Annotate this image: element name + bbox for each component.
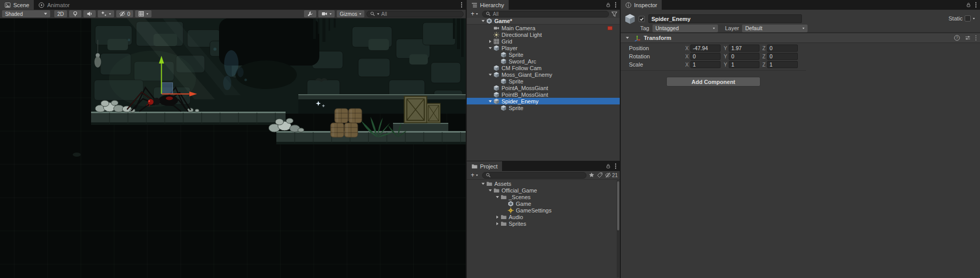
create-asset-button[interactable]: + xyxy=(469,172,480,179)
project-tree[interactable]: Assets Official_Game _Scenes Game GameSe xyxy=(467,180,620,227)
hierarchy-item[interactable]: Moss_Giant_Enemy xyxy=(467,71,620,78)
static-checkbox[interactable] xyxy=(965,15,971,22)
scene-viewport[interactable] xyxy=(0,18,466,278)
hierarchy-tree[interactable]: Game* Main Camera Directional Light Grid xyxy=(467,18,620,111)
foldout-icon[interactable] xyxy=(480,18,486,24)
position-z-field[interactable]: 0 xyxy=(767,45,798,52)
lock-icon[interactable] xyxy=(966,2,971,8)
foldout-icon[interactable] xyxy=(494,194,500,200)
gizmos-dropdown[interactable]: Gizmos xyxy=(337,10,364,17)
rotation-z-field[interactable]: 0 xyxy=(767,53,798,60)
hierarchy-item[interactable]: PointA_MossGiant xyxy=(467,84,620,91)
project-item[interactable]: Game xyxy=(467,200,620,207)
project-menu-icon[interactable] xyxy=(615,163,617,169)
effects-dropdown-button[interactable] xyxy=(98,10,114,17)
barrels-sprite[interactable] xyxy=(331,109,362,137)
scene-search-input[interactable]: All xyxy=(366,11,464,17)
scene-panel-menu-icon[interactable] xyxy=(461,2,463,8)
project-item[interactable]: Sprites xyxy=(467,220,620,227)
lock-icon[interactable] xyxy=(605,2,611,8)
gizmo-xy-plane-handle[interactable] xyxy=(162,83,173,94)
hierarchy-item-scene[interactable]: Game* xyxy=(467,18,620,25)
label-icon[interactable] xyxy=(597,172,603,178)
camera-icon xyxy=(493,25,499,31)
tab-project[interactable]: Project xyxy=(467,161,502,171)
hierarchy-search-input[interactable]: All xyxy=(482,11,609,17)
hierarchy-item[interactable]: Sprite xyxy=(467,78,620,84)
position-y-field[interactable]: 1.97 xyxy=(729,45,759,52)
hierarchy-item[interactable]: Player xyxy=(467,45,620,51)
project-item[interactable]: Official_Game xyxy=(467,187,620,194)
hierarchy-item-selected[interactable]: Spider_Enemy xyxy=(467,98,620,104)
search-filter-caret-icon[interactable] xyxy=(377,13,379,15)
hierarchy-item[interactable]: Main Camera xyxy=(467,25,620,31)
lighting-toggle-button[interactable] xyxy=(69,10,81,17)
platform-left-ledge[interactable] xyxy=(91,112,286,125)
hierarchy-item[interactable]: Grid xyxy=(467,38,620,45)
tools-button[interactable] xyxy=(304,10,316,17)
project-scrollbar[interactable] xyxy=(617,180,619,277)
foldout-icon[interactable] xyxy=(487,72,493,78)
project-item[interactable]: Audio xyxy=(467,213,620,220)
toggle-2d-button[interactable]: 2D xyxy=(54,10,67,17)
star-icon[interactable] xyxy=(589,172,595,178)
tab-scene[interactable]: Scene xyxy=(0,0,34,10)
tab-hierarchy[interactable]: Hierarchy xyxy=(467,0,509,10)
transform-component-header[interactable]: Transform xyxy=(621,33,980,43)
hierarchy-item[interactable]: Sprite xyxy=(467,104,620,111)
project-item[interactable]: _Scenes xyxy=(467,194,620,200)
static-dropdown-icon[interactable] xyxy=(973,18,975,19)
foldout-icon[interactable] xyxy=(624,35,630,41)
hierarchy-item[interactable]: PointB_MossGiant xyxy=(467,91,620,98)
hierarchy-menu-icon[interactable] xyxy=(615,2,617,8)
foldout-icon[interactable] xyxy=(494,221,500,227)
settings-asset-icon xyxy=(508,207,514,213)
project-panel: Project + 21 xyxy=(467,161,620,278)
inspector-menu-icon[interactable] xyxy=(975,2,977,8)
hierarchy-item[interactable]: Directional Light xyxy=(467,31,620,38)
position-x-field[interactable]: -47.94 xyxy=(690,45,721,52)
scale-y-field[interactable]: 1 xyxy=(729,61,759,68)
foldout-icon[interactable] xyxy=(494,214,500,220)
position-label: Position xyxy=(621,45,685,51)
add-component-button[interactable]: Add Component xyxy=(666,77,760,87)
camera-settings-dropdown[interactable] xyxy=(318,10,335,17)
tag-dropdown[interactable]: Untagged xyxy=(652,25,718,32)
foldout-icon[interactable] xyxy=(480,181,486,187)
help-icon[interactable] xyxy=(954,35,960,41)
active-checkbox[interactable] xyxy=(639,16,645,22)
project-item[interactable]: Assets xyxy=(467,180,620,187)
scene-canvas[interactable] xyxy=(0,18,466,278)
rotation-y-field[interactable]: 0 xyxy=(729,53,759,60)
foldout-icon[interactable] xyxy=(487,187,493,194)
create-object-button[interactable]: + xyxy=(469,10,480,17)
foldout-icon[interactable] xyxy=(487,98,493,104)
grid-visibility-dropdown[interactable] xyxy=(135,10,151,17)
scale-x-field[interactable]: 1 xyxy=(690,61,721,68)
project-item[interactable]: GameSettings xyxy=(467,207,620,213)
platform-lower-floor[interactable] xyxy=(276,131,466,144)
hidden-count-badge[interactable]: 21 xyxy=(605,172,618,178)
tab-animator[interactable]: Animator xyxy=(34,0,74,10)
lock-icon[interactable] xyxy=(605,163,611,169)
hierarchy-toolbar: + All xyxy=(467,10,620,18)
shading-mode-dropdown[interactable]: Shaded xyxy=(2,10,50,17)
hierarchy-item[interactable]: Sprite xyxy=(467,51,620,58)
component-menu-icon[interactable] xyxy=(975,35,977,41)
eye-slash-icon xyxy=(605,172,611,178)
foldout-icon[interactable] xyxy=(487,45,493,51)
hierarchy-item[interactable]: CM Follow Cam xyxy=(467,65,620,71)
presets-icon[interactable] xyxy=(965,35,971,41)
hidden-objects-button[interactable]: 0 xyxy=(116,10,134,17)
foldout-icon[interactable] xyxy=(487,38,493,45)
hierarchy-item[interactable]: Sword_Arc xyxy=(467,58,620,65)
rotation-x-field[interactable]: 0 xyxy=(690,53,721,60)
scrollbar-thumb[interactable] xyxy=(617,181,619,230)
tab-inspector[interactable]: Inspector xyxy=(621,0,662,10)
layer-dropdown[interactable]: Default xyxy=(742,25,808,32)
gameobject-name-field[interactable]: Spider_Enemy xyxy=(648,14,802,23)
audio-toggle-button[interactable] xyxy=(83,10,96,17)
project-search-input[interactable] xyxy=(482,172,586,179)
scale-z-field[interactable]: 1 xyxy=(767,61,798,68)
search-filter-icon[interactable] xyxy=(611,11,618,17)
